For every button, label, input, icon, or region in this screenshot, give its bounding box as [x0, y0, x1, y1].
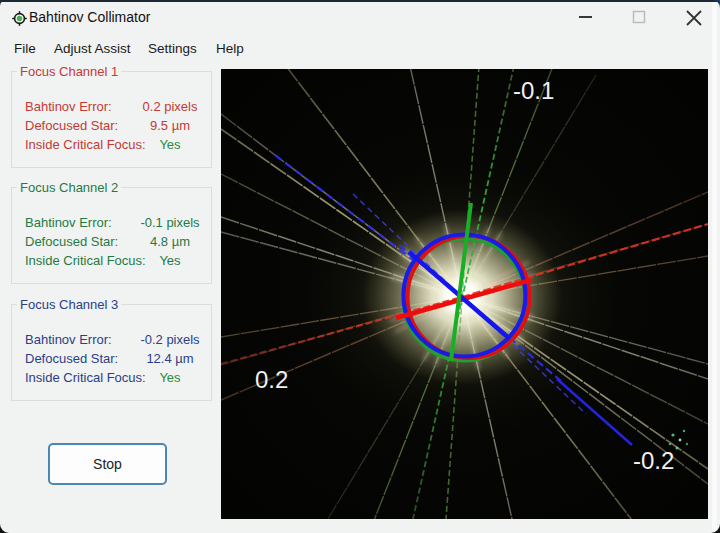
svg-text:-0.2: -0.2	[633, 447, 674, 474]
svg-text:0.2: 0.2	[255, 366, 288, 393]
svg-text:-0.1: -0.1	[513, 77, 554, 104]
